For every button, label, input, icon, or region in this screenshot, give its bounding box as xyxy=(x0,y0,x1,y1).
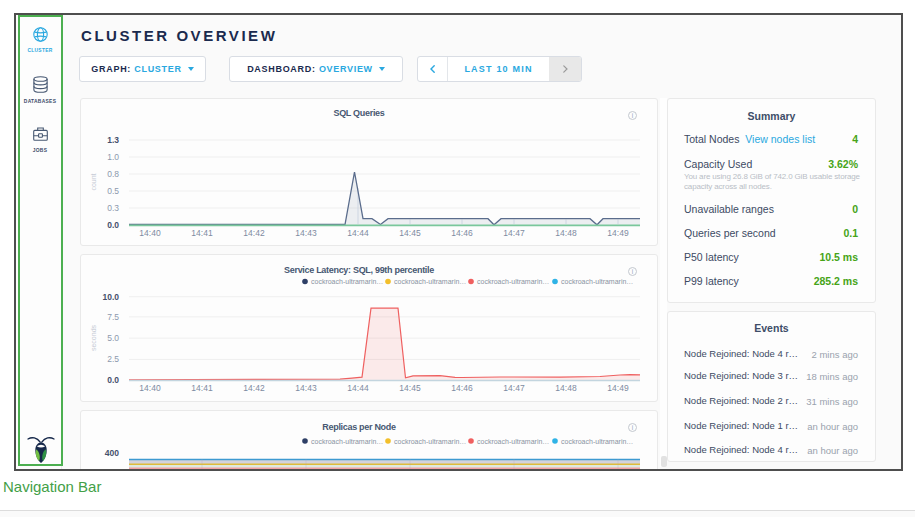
svg-text:14:46: 14:46 xyxy=(451,228,473,238)
svg-text:14:40: 14:40 xyxy=(139,383,161,393)
svg-text:14:44: 14:44 xyxy=(347,383,369,393)
svg-text:14:45: 14:45 xyxy=(399,228,421,238)
svg-text:14:44: 14:44 xyxy=(347,228,369,238)
svg-text:14:46: 14:46 xyxy=(451,383,473,393)
svg-text:0.0: 0.0 xyxy=(107,220,119,230)
svg-text:14:48: 14:48 xyxy=(555,228,577,238)
svg-text:14:48: 14:48 xyxy=(555,383,577,393)
svg-text:cockroach-ultramarin…: cockroach-ultramarin… xyxy=(394,438,466,445)
svg-text:14:41: 14:41 xyxy=(191,383,213,393)
svg-text:1.3: 1.3 xyxy=(107,135,119,145)
svg-text:0.5: 0.5 xyxy=(107,186,119,196)
svg-text:2.5: 2.5 xyxy=(107,354,119,364)
svg-text:cockroach-ultramarin…: cockroach-ultramarin… xyxy=(311,278,383,285)
svg-text:0.0: 0.0 xyxy=(107,375,119,385)
svg-text:14:43: 14:43 xyxy=(295,228,317,238)
svg-text:14:45: 14:45 xyxy=(399,383,421,393)
svg-text:seconds: seconds xyxy=(90,324,97,351)
svg-text:0.3: 0.3 xyxy=(107,203,119,213)
svg-text:10.0: 10.0 xyxy=(102,292,119,302)
svg-text:14:42: 14:42 xyxy=(243,228,265,238)
svg-text:1.0: 1.0 xyxy=(107,152,119,162)
svg-text:count: count xyxy=(90,173,97,190)
svg-text:14:41: 14:41 xyxy=(191,228,213,238)
svg-text:14:40: 14:40 xyxy=(139,228,161,238)
svg-text:cockroach-ultramarin…: cockroach-ultramarin… xyxy=(561,438,633,445)
svg-text:cockroach-ultramarin…: cockroach-ultramarin… xyxy=(477,438,549,445)
svg-text:cockroach-ultramarin…: cockroach-ultramarin… xyxy=(561,278,633,285)
svg-text:7.5: 7.5 xyxy=(107,312,119,322)
svg-text:cockroach-ultramarin…: cockroach-ultramarin… xyxy=(477,278,549,285)
svg-text:cockroach-ultramarin…: cockroach-ultramarin… xyxy=(311,438,383,445)
svg-text:400: 400 xyxy=(105,448,119,458)
svg-text:14:43: 14:43 xyxy=(295,383,317,393)
svg-text:14:47: 14:47 xyxy=(503,228,525,238)
svg-text:cockroach-ultramarin…: cockroach-ultramarin… xyxy=(394,278,466,285)
svg-text:14:49: 14:49 xyxy=(607,383,629,393)
svg-text:14:49: 14:49 xyxy=(607,228,629,238)
svg-text:14:47: 14:47 xyxy=(503,383,525,393)
svg-text:14:42: 14:42 xyxy=(243,383,265,393)
svg-text:5.0: 5.0 xyxy=(107,333,119,343)
svg-text:0.8: 0.8 xyxy=(107,169,119,179)
